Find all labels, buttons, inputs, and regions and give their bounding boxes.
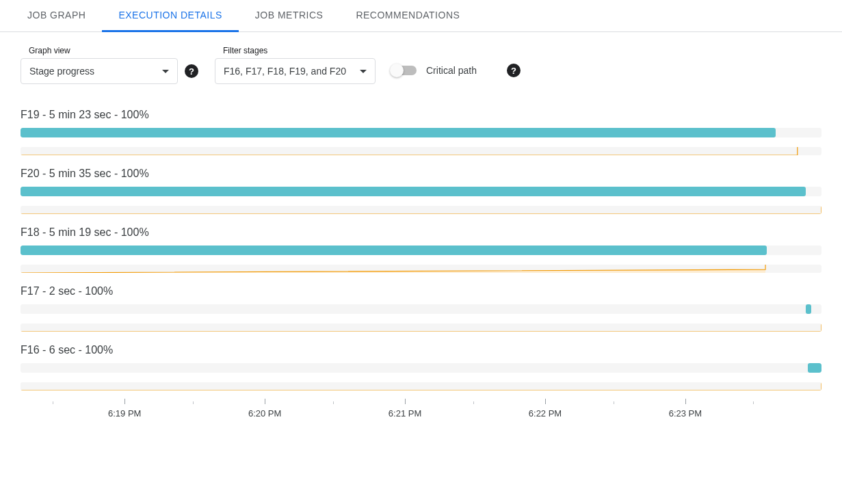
stage-progress-track (21, 363, 821, 373)
filter-stages-label: Filter stages (215, 46, 376, 55)
axis-label: 6:19 PM (108, 408, 141, 419)
stage-row-f18: F18 - 5 min 19 sec - 100% (21, 226, 821, 273)
stage-title: F19 - 5 min 23 sec - 100% (21, 109, 821, 121)
stage-throughput-track (21, 147, 821, 155)
stage-throughput-track (21, 206, 821, 214)
graph-view-label: Graph view (21, 46, 198, 55)
axis-label: 6:23 PM (669, 408, 702, 419)
stage-progress-track (21, 304, 821, 314)
stage-title: F16 - 6 sec - 100% (21, 344, 821, 356)
axis-tick-minor (333, 401, 334, 404)
stage-title: F17 - 2 sec - 100% (21, 285, 821, 297)
filter-stages-value: F16, F17, F18, F19, and F20 (224, 66, 346, 77)
stage-progress-bar (21, 128, 776, 137)
stage-row-f16: F16 - 6 sec - 100% (21, 344, 821, 390)
axis-tick-major (124, 399, 125, 404)
stage-progress-bar (806, 304, 811, 314)
toggle-knob (390, 64, 404, 77)
axis-tick-minor (473, 401, 474, 404)
help-icon[interactable]: ? (507, 64, 521, 77)
axis-label: 6:20 PM (248, 408, 281, 419)
axis-tick-major (545, 399, 546, 404)
graph-view-control: Graph view Stage progress ? (21, 46, 198, 84)
stage-row-f19: F19 - 5 min 23 sec - 100% (21, 109, 821, 155)
critical-path-label: Critical path (426, 65, 477, 76)
svg-marker-0 (21, 265, 765, 273)
filter-stages-select[interactable]: F16, F17, F18, F19, and F20 (215, 58, 376, 84)
critical-path-toggle[interactable] (392, 66, 417, 75)
critical-path-control: Critical path ? (392, 64, 521, 77)
stage-progress-track (21, 246, 821, 255)
tab-recommendations[interactable]: RECOMMENDATIONS (339, 0, 476, 32)
chevron-down-icon (360, 70, 367, 73)
stage-progress-bar (21, 246, 767, 255)
tab-job-graph[interactable]: JOB GRAPH (11, 0, 102, 32)
controls-bar: Graph view Stage progress ? Filter stage… (0, 32, 842, 91)
axis-tick-minor (53, 401, 53, 404)
stage-title: F18 - 5 min 19 sec - 100% (21, 226, 821, 239)
chevron-down-icon (162, 70, 169, 73)
axis-label: 6:21 PM (389, 408, 421, 419)
help-icon[interactable]: ? (185, 64, 198, 78)
graph-view-value: Stage progress (29, 66, 94, 77)
stage-progress-chart: F19 - 5 min 23 sec - 100%F20 - 5 min 35 … (0, 91, 842, 433)
axis-tick-minor (614, 401, 614, 404)
stage-throughput-track (21, 265, 821, 273)
axis-tick-major (265, 399, 265, 404)
tab-job-metrics[interactable]: JOB METRICS (239, 0, 340, 32)
axis-tick-minor (753, 401, 754, 404)
tab-execution-details[interactable]: EXECUTION DETAILS (102, 0, 238, 32)
axis-tick-minor (193, 401, 194, 404)
stage-progress-track (21, 128, 821, 137)
axis-label: 6:22 PM (529, 408, 562, 419)
filter-stages-control: Filter stages F16, F17, F18, F19, and F2… (215, 46, 376, 84)
time-axis: 6:19 PM6:20 PM6:21 PM6:22 PM6:23 PM (21, 399, 821, 426)
stage-progress-bar (808, 363, 821, 373)
tabs: JOB GRAPHEXECUTION DETAILSJOB METRICSREC… (0, 0, 842, 32)
stage-throughput-track (21, 382, 821, 390)
stage-progress-bar (21, 187, 806, 196)
axis-tick-major (685, 399, 686, 404)
graph-view-select[interactable]: Stage progress (21, 58, 178, 84)
stage-progress-track (21, 187, 821, 196)
stage-title: F20 - 5 min 35 sec - 100% (21, 168, 821, 180)
stage-row-f17: F17 - 2 sec - 100% (21, 285, 821, 332)
axis-tick-major (405, 399, 406, 404)
stage-row-f20: F20 - 5 min 35 sec - 100% (21, 168, 821, 214)
stage-throughput-track (21, 323, 821, 332)
